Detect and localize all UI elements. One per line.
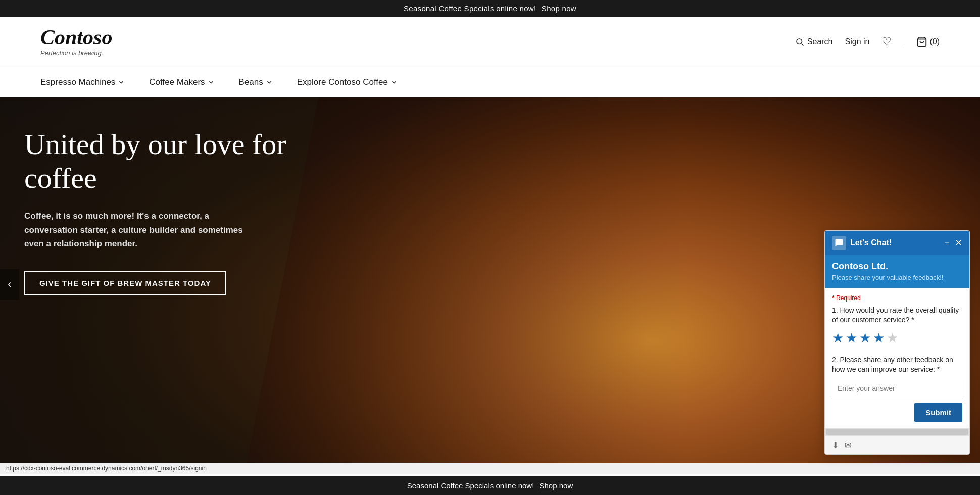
chevron-down-icon [208,79,215,86]
nav-label-coffee-makers: Coffee Makers [149,77,205,87]
nav-label-beans: Beans [239,77,263,87]
svg-line-1 [802,43,804,45]
chat-header-left: Let's Chat! [832,236,892,250]
chat-widget-icon [832,236,846,250]
chat-company-subtitle: Please share your valuable feedback!! [832,274,962,281]
header-divider [904,36,904,47]
announcement-text: Seasonal Coffee Specials online now! [404,4,536,13]
chat-mail-icon[interactable]: ✉ [845,440,851,450]
star-3[interactable]: ★ [859,330,871,346]
chat-minimize-button[interactable]: − [944,238,950,247]
signin-button[interactable]: Sign in [845,37,870,46]
hero-subtitle: Coffee, it is so much more! It's a conne… [24,209,247,251]
chat-company-banner: Contoso Ltd. Please share your valuable … [825,255,969,288]
chat-company-name: Contoso Ltd. [832,261,962,272]
svg-point-0 [797,39,802,44]
chat-footer-icons: ⬇ ✉ [832,440,851,450]
star-2[interactable]: ★ [846,330,857,346]
chevron-down-icon [266,79,273,86]
chat-bubble-icon [835,238,844,247]
chat-download-icon[interactable]: ⬇ [832,440,839,450]
status-url: https://cdx-contoso-eval.commerce.dynami… [6,465,207,472]
chat-scrollbar-thumb[interactable] [826,429,968,435]
nav-item-coffee-makers[interactable]: Coffee Makers [149,68,214,96]
chat-close-button[interactable]: ✕ [955,238,962,247]
logo[interactable]: Contoso [40,27,112,48]
cart-count: (0) [929,37,940,46]
cart-button[interactable]: (0) [916,36,940,47]
chat-stars-rating[interactable]: ★ ★ ★ ★ ★ [832,330,962,346]
nav-item-espresso[interactable]: Espresso Machines [40,68,125,96]
nav-label-espresso: Espresso Machines [40,77,115,87]
main-nav: Espresso Machines Coffee Makers Beans Ex… [0,67,980,97]
chevron-down-icon [390,79,398,86]
bottom-announcement-bar: Seasonal Coffee Specials online now! Sho… [0,476,980,495]
chat-body: * Required 1. How would you rate the ove… [825,288,969,428]
bottom-announcement-text: Seasonal Coffee Specials online now! [407,481,534,490]
chat-horizontal-scrollbar[interactable] [825,428,969,436]
chat-footer: ⬇ ✉ [825,436,969,454]
search-button[interactable]: Search [795,37,833,46]
chat-submit-button[interactable]: Submit [914,403,962,422]
hero-title: United by our love for coffee [24,128,327,195]
search-label: Search [807,37,833,46]
hero-cta-button[interactable]: GIVE THE GIFT OF BREW MASTER TODAY [24,271,226,295]
star-5[interactable]: ★ [887,330,898,346]
chat-header: Let's Chat! − ✕ [825,231,969,255]
bottom-shop-now-link[interactable]: Shop now [540,481,573,490]
chat-question-1: 1. How would you rate the overall qualit… [832,306,962,325]
status-bar: https://cdx-contoso-eval.commerce.dynami… [0,463,980,474]
top-announcement-bar: Seasonal Coffee Specials online now! Sho… [0,0,980,17]
chevron-down-icon [118,79,125,86]
chat-feedback-input[interactable] [832,380,962,397]
hero-content: United by our love for coffee Coffee, it… [24,128,327,295]
header: Contoso Perfection is brewing. Search Si… [0,17,980,67]
nav-item-beans[interactable]: Beans [239,68,273,96]
logo-tagline: Perfection is brewing. [40,49,103,57]
nav-label-explore: Explore Contoso Coffee [297,77,388,87]
chat-required-label: * Required [832,294,962,302]
header-actions: Search Sign in ♡ (0) [795,35,940,48]
chat-title: Let's Chat! [850,238,892,247]
star-1[interactable]: ★ [832,330,844,346]
chat-widget: Let's Chat! − ✕ Contoso Ltd. Please shar… [824,230,970,455]
chat-question-2: 2. Please share any other feedback on ho… [832,355,962,375]
logo-area: Contoso Perfection is brewing. [40,27,112,57]
nav-item-explore[interactable]: Explore Contoso Coffee [297,68,398,96]
star-4[interactable]: ★ [873,330,885,346]
search-icon [795,37,804,46]
cart-icon [916,36,927,47]
wishlist-icon[interactable]: ♡ [881,35,892,48]
chat-header-actions: − ✕ [944,238,962,247]
carousel-prev-button[interactable]: ‹ [0,269,19,300]
announcement-shop-now-link[interactable]: Shop now [542,4,576,13]
